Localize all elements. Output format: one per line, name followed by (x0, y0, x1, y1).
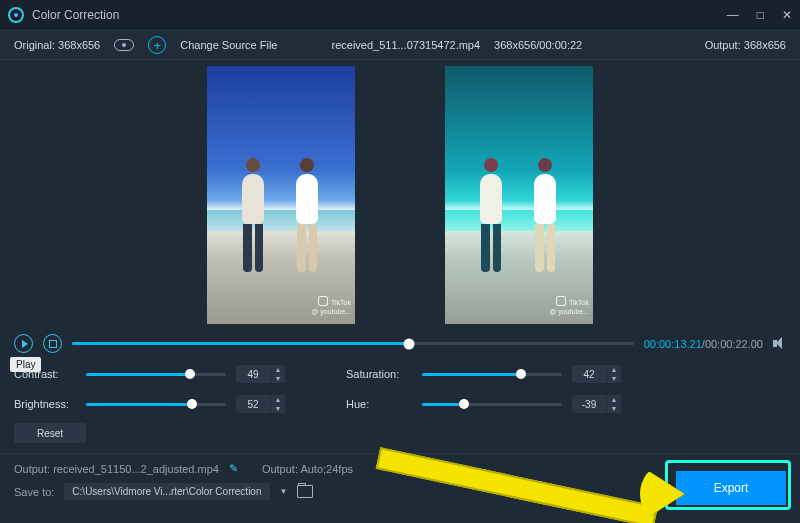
chevron-up-icon[interactable]: ▲ (271, 365, 285, 374)
minimize-button[interactable]: — (727, 8, 739, 22)
original-label: Original: 368x656 (14, 39, 100, 51)
brightness-label: Brightness: (14, 398, 76, 410)
title-bar: Color Correction — □ ✕ (0, 0, 800, 30)
window-controls: — □ ✕ (727, 8, 792, 22)
adjustment-sliders: Contrast: 49▲▼ Saturation: 42▲▼ Brightne… (0, 355, 800, 417)
source-dim-time: 368x656/00:00:22 (494, 39, 582, 51)
plus-icon[interactable]: + (148, 36, 166, 54)
time-display: 00:00:13.21/00:00:22.00 (644, 338, 763, 350)
playbar: 00:00:13.21/00:00:22.00 (0, 328, 800, 355)
volume-icon[interactable] (773, 338, 786, 349)
chevron-down-icon[interactable]: ▼ (271, 374, 285, 383)
output-file-label: Output: received_51150...2_adjusted.mp4 (14, 463, 219, 475)
stop-icon (49, 340, 57, 348)
chevron-down-icon[interactable]: ▼ (271, 404, 285, 413)
brightness-value[interactable]: 52▲▼ (236, 395, 286, 413)
pencil-icon[interactable]: ✎ (229, 462, 238, 475)
watermark: TikTok@ youtube... (311, 296, 351, 316)
chevron-down-icon[interactable]: ▼ (280, 487, 288, 496)
stop-button[interactable] (43, 334, 62, 353)
watermark: TikTok@ youtube... (549, 296, 589, 316)
chevron-down-icon[interactable]: ▼ (607, 374, 621, 383)
saturation-value[interactable]: 42▲▼ (572, 365, 622, 383)
contrast-value[interactable]: 49▲▼ (236, 365, 286, 383)
play-icon (22, 340, 28, 348)
reset-button[interactable]: Reset (14, 423, 86, 443)
progress-slider[interactable] (72, 342, 634, 345)
gear-icon[interactable] (423, 462, 436, 475)
window-title: Color Correction (32, 8, 119, 22)
output-dim-label: Output: 368x656 (705, 39, 786, 51)
play-button[interactable] (14, 334, 33, 353)
chevron-up-icon[interactable]: ▲ (607, 365, 621, 374)
contrast-slider[interactable] (86, 373, 226, 376)
preview-adjusted: TikTok@ youtube... (445, 66, 593, 324)
change-source-button[interactable]: Change Source File (180, 39, 277, 51)
output-format-label: Output: Auto;24fps (262, 463, 353, 475)
hue-label: Hue: (346, 398, 412, 410)
maximize-button[interactable]: □ (757, 8, 764, 22)
save-to-label: Save to: (14, 486, 54, 498)
play-tooltip: Play (10, 357, 41, 372)
preview-original: TikTok@ youtube... (207, 66, 355, 324)
hue-value[interactable]: -39▲▼ (572, 395, 622, 413)
chevron-down-icon[interactable]: ▼ (607, 404, 621, 413)
saturation-slider[interactable] (422, 373, 562, 376)
eye-icon[interactable] (114, 39, 134, 51)
preview-row: TikTok@ youtube... TikTok@ youtube... (0, 60, 800, 328)
folder-icon[interactable] (297, 485, 313, 498)
chevron-up-icon[interactable]: ▲ (607, 395, 621, 404)
progress-fill (72, 342, 409, 345)
save-path[interactable]: C:\Users\Vidmore Vi...rter\Color Correct… (64, 483, 269, 500)
saturation-label: Saturation: (346, 368, 412, 380)
toolbar: Original: 368x656 + Change Source File r… (0, 30, 800, 60)
source-filename: received_511...07315472.mp4 (331, 39, 480, 51)
brightness-slider[interactable] (86, 403, 226, 406)
export-button[interactable]: Export (676, 471, 786, 505)
close-button[interactable]: ✕ (782, 8, 792, 22)
progress-thumb[interactable] (404, 338, 415, 349)
hue-slider[interactable] (422, 403, 562, 406)
app-icon (8, 7, 24, 23)
chevron-up-icon[interactable]: ▲ (271, 395, 285, 404)
